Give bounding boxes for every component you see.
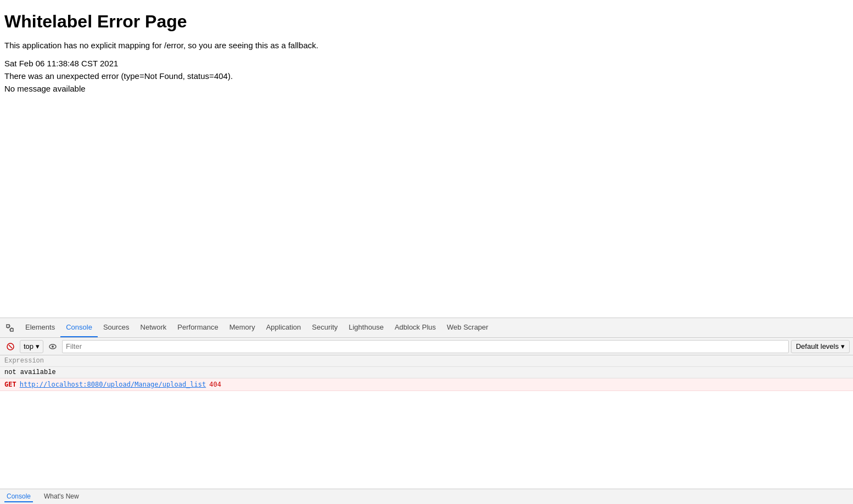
error-url[interactable]: http://localhost:8080/upload/Manage/uplo… bbox=[20, 381, 206, 388]
clear-console-button[interactable] bbox=[3, 339, 18, 354]
devtools-tabs: Elements Console Sources Network Perform… bbox=[20, 318, 494, 337]
log-levels-label: Default levels bbox=[796, 342, 839, 350]
error-status: 404 bbox=[209, 381, 221, 388]
not-available-row: not available bbox=[0, 367, 853, 378]
tab-performance[interactable]: Performance bbox=[172, 318, 223, 337]
bottombar-tab-whats-new[interactable]: What's New bbox=[42, 491, 81, 502]
tab-sources[interactable]: Sources bbox=[98, 318, 135, 337]
log-levels-arrow-icon: ▾ bbox=[841, 342, 845, 350]
devtools-panel: Elements Console Sources Network Perform… bbox=[0, 318, 853, 504]
clear-icon bbox=[6, 342, 15, 351]
context-dropdown-icon: ▾ bbox=[36, 342, 40, 350]
context-selector[interactable]: top ▾ bbox=[20, 340, 43, 353]
error-title: Whitelabel Error Page bbox=[4, 11, 849, 32]
console-output: Expression not available GET http://loca… bbox=[0, 355, 853, 489]
tab-console[interactable]: Console bbox=[60, 318, 98, 337]
context-value: top bbox=[24, 342, 33, 350]
svg-rect-0 bbox=[7, 325, 9, 327]
console-toolbar: top ▾ Default levels ▾ bbox=[0, 338, 853, 355]
live-expressions-button[interactable] bbox=[46, 339, 60, 354]
tab-adblock-plus[interactable]: Adblock Plus bbox=[389, 318, 441, 337]
error-type: There was an unexpected error (type=Not … bbox=[4, 71, 849, 81]
error-message: No message available bbox=[4, 84, 849, 93]
expression-label: Expression bbox=[4, 357, 44, 365]
tab-application[interactable]: Application bbox=[261, 318, 307, 337]
tab-network[interactable]: Network bbox=[135, 318, 172, 337]
svg-rect-1 bbox=[10, 329, 13, 331]
tab-security[interactable]: Security bbox=[306, 318, 343, 337]
tab-memory[interactable]: Memory bbox=[224, 318, 261, 337]
console-error-row: GET http://localhost:8080/upload/Manage/… bbox=[0, 378, 853, 391]
tab-web-scraper[interactable]: Web Scraper bbox=[441, 318, 494, 337]
log-levels-selector[interactable]: Default levels ▾ bbox=[791, 340, 850, 353]
error-subtitle: This application has no explicit mapping… bbox=[4, 41, 849, 50]
error-method: GET bbox=[4, 381, 16, 388]
page-content: Whitelabel Error Page This application h… bbox=[0, 0, 853, 318]
eye-icon bbox=[48, 342, 57, 351]
inspect-icon bbox=[5, 324, 14, 332]
svg-point-9 bbox=[52, 346, 54, 348]
tab-elements[interactable]: Elements bbox=[20, 318, 60, 337]
svg-line-7 bbox=[9, 345, 12, 348]
inspect-element-button[interactable] bbox=[2, 320, 18, 336]
tab-lighthouse[interactable]: Lighthouse bbox=[343, 318, 389, 337]
devtools-tabbar: Elements Console Sources Network Perform… bbox=[0, 318, 853, 338]
bottombar-tab-console[interactable]: Console bbox=[4, 491, 33, 502]
expression-label-row: Expression bbox=[0, 355, 853, 367]
filter-input[interactable] bbox=[62, 340, 789, 353]
devtools-bottombar: Console What's New bbox=[0, 489, 853, 504]
not-available-text: not available bbox=[4, 369, 56, 376]
error-timestamp: Sat Feb 06 11:38:48 CST 2021 bbox=[4, 59, 849, 68]
